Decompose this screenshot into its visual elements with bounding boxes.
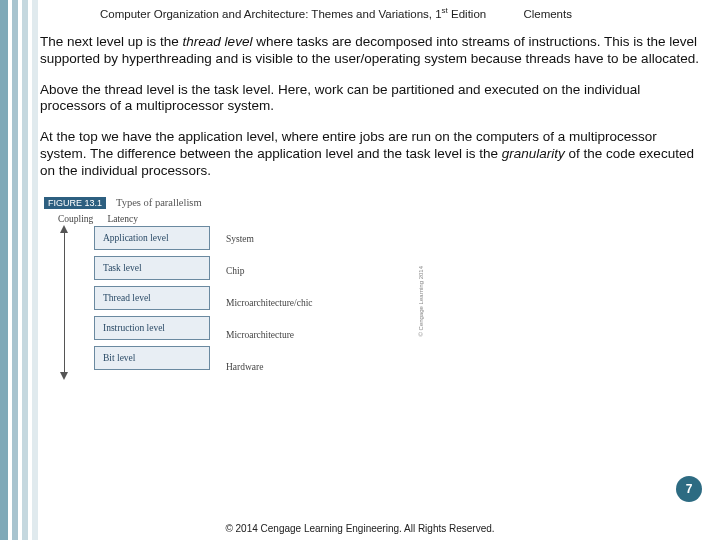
level-thread: Thread level (94, 286, 210, 310)
axis-coupling: Coupling (58, 214, 93, 224)
slide-content: Computer Organization and Architecture: … (40, 6, 710, 540)
granularity-term: granularity (502, 146, 565, 161)
levels-column: Application level Task level Thread leve… (94, 226, 210, 380)
book-title-pre: Computer Organization and Architecture: … (100, 8, 442, 20)
page-number-badge: 7 (676, 476, 702, 502)
left-decorative-stripe (0, 0, 38, 540)
level-bit: Bit level (94, 346, 210, 370)
association-column: System Chip Microarchitecture/chic Micro… (210, 226, 360, 380)
figure-13-1: FIGURE 13.1 Types of parallelism Couplin… (40, 194, 400, 380)
slide-header: Computer Organization and Architecture: … (100, 6, 710, 20)
level-application: Application level (94, 226, 210, 250)
paragraph-2: Above the thread level is the task level… (40, 82, 710, 116)
figure-badge: FIGURE 13.1 (44, 197, 106, 209)
thread-level-term: thread level (183, 34, 253, 49)
book-title-post: Edition (448, 8, 486, 20)
footer-copyright: © 2014 Cengage Learning Engineering. All… (0, 523, 720, 534)
paragraph-3: At the top we have the application level… (40, 129, 710, 180)
figure-header: FIGURE 13.1 Types of parallelism (40, 194, 400, 214)
level-instruction: Instruction level (94, 316, 210, 340)
level-task: Task level (94, 256, 210, 280)
figure-body: Application level Task level Thread leve… (40, 226, 400, 380)
vertical-arrow (40, 226, 94, 380)
assoc-chip: Chip (226, 258, 360, 284)
figure-title: Types of parallelism (116, 197, 202, 208)
author-name: Clements (523, 8, 572, 20)
figure-copyright: © Cengage Learning 2014 (418, 266, 424, 336)
assoc-system: System (226, 226, 360, 252)
arrow-down-icon (60, 372, 68, 380)
figure-axis-labels: Coupling Latency (58, 214, 400, 224)
assoc-hardware: Hardware (226, 354, 360, 380)
paragraph-1: The next level up is the thread level wh… (40, 34, 710, 68)
assoc-microarch: Microarchitecture (226, 322, 360, 348)
axis-latency: Latency (107, 214, 138, 224)
assoc-microarch-chic: Microarchitecture/chic (226, 290, 360, 316)
